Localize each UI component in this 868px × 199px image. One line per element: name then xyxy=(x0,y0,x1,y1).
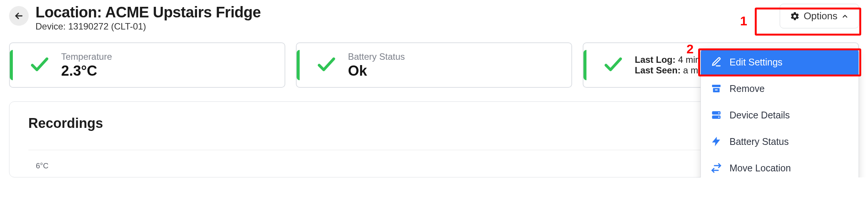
menu-battery-status[interactable]: Battery Status xyxy=(701,128,859,155)
last-seen-key: Last Seen: xyxy=(635,65,680,75)
back-button[interactable] xyxy=(9,6,29,26)
temperature-value: 2.3°C xyxy=(61,63,112,79)
menu-remove[interactable]: Remove xyxy=(701,75,859,102)
menu-edit-label: Edit Settings xyxy=(729,57,782,68)
battery-value: Ok xyxy=(348,63,405,79)
battery-label: Battery Status xyxy=(348,51,405,62)
temperature-card: Temperature 2.3°C xyxy=(9,42,285,88)
battery-card: Battery Status Ok xyxy=(296,42,572,88)
recordings-title: Recordings xyxy=(28,115,103,131)
options-button[interactable]: Options xyxy=(780,4,859,28)
menu-move-label: Move Location xyxy=(729,163,791,174)
svg-point-7 xyxy=(718,112,719,113)
temperature-label: Temperature xyxy=(61,51,112,62)
menu-remove-label: Remove xyxy=(729,83,765,94)
device-subtitle: Device: 13190272 (CLT-01) xyxy=(35,21,261,32)
check-icon xyxy=(315,53,337,77)
status-accent xyxy=(297,50,300,80)
menu-edit-settings[interactable]: Edit Settings xyxy=(701,49,859,75)
options-label: Options xyxy=(803,10,837,22)
arrow-left-icon xyxy=(14,11,24,21)
server-icon xyxy=(711,109,722,121)
last-log-key: Last Log: xyxy=(635,54,676,65)
gear-icon xyxy=(790,11,800,21)
svg-rect-2 xyxy=(712,85,721,87)
chevron-up-icon xyxy=(841,12,849,20)
menu-move-location[interactable]: Move Location xyxy=(701,155,859,177)
edit-icon xyxy=(711,56,722,68)
page-title: Location: ACME Upstairs Fridge xyxy=(35,4,261,20)
bolt-icon xyxy=(711,136,722,147)
menu-device-details[interactable]: Device Details xyxy=(701,102,859,128)
status-accent xyxy=(583,50,586,80)
status-accent xyxy=(10,50,13,80)
svg-rect-4 xyxy=(715,90,718,91)
options-menu: Edit Settings Remove Device Details Batt… xyxy=(700,48,859,177)
check-icon xyxy=(29,53,51,77)
archive-icon xyxy=(711,83,722,94)
menu-battery-label: Battery Status xyxy=(729,136,789,147)
svg-point-8 xyxy=(718,117,719,118)
check-icon xyxy=(602,53,624,77)
menu-details-label: Device Details xyxy=(729,110,790,121)
swap-icon xyxy=(711,162,722,174)
